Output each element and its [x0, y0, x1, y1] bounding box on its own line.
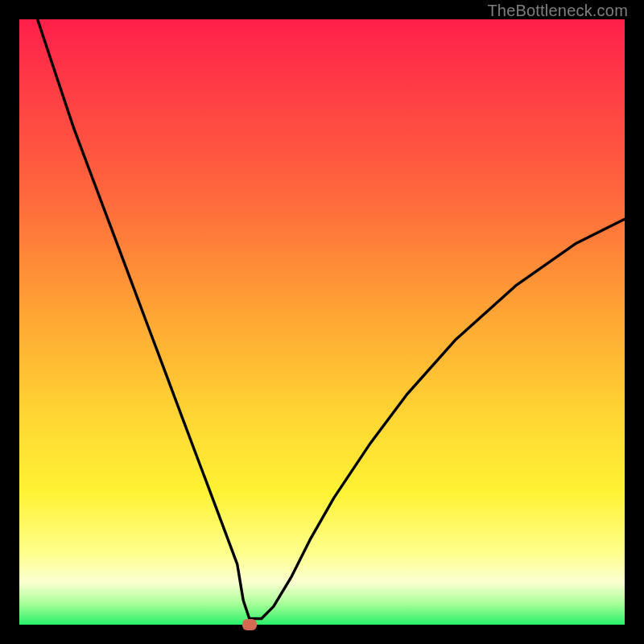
optimum-marker [242, 619, 257, 630]
chart-stage: TheBottleneck.com [0, 0, 644, 644]
bottleneck-curve [19, 19, 625, 625]
watermark-text: TheBottleneck.com [487, 2, 628, 20]
plot-area [19, 19, 625, 625]
